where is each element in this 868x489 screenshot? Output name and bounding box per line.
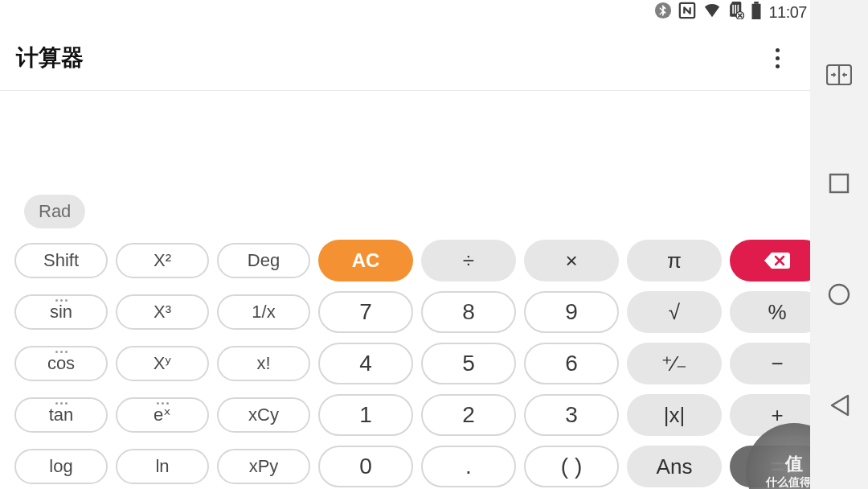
key-log[interactable]: log — [14, 449, 108, 484]
key-7[interactable]: 7 — [318, 291, 413, 333]
app-main: 11:07 计算器 Rad Shift X² Deg AC ÷ × π sin … — [0, 0, 810, 489]
key-tan[interactable]: tan — [14, 397, 108, 433]
key-reciprocal[interactable]: 1/x — [217, 294, 310, 330]
overflow-menu-button[interactable] — [761, 40, 794, 76]
app-header: 计算器 — [0, 32, 810, 84]
key-cos[interactable]: cos — [14, 346, 108, 381]
key-e-pow-x[interactable]: eˣ — [116, 397, 209, 433]
key-plus-minus[interactable]: ⁺⁄₋ — [627, 343, 722, 384]
angle-mode-badge[interactable]: Rad — [24, 195, 85, 228]
wifi-icon — [702, 2, 722, 23]
sim-error-icon — [728, 2, 744, 23]
keypad: Shift X² Deg AC ÷ × π sin X³ 1/x 7 8 9 √… — [0, 235, 810, 489]
nfc-icon — [678, 2, 696, 23]
svg-point-12 — [829, 285, 849, 304]
key-4[interactable]: 4 — [318, 343, 413, 384]
key-x-cubed[interactable]: X³ — [116, 294, 209, 330]
key-abs[interactable]: |x| — [627, 394, 722, 436]
key-ln[interactable]: ln — [116, 449, 209, 484]
svg-rect-11 — [830, 175, 848, 192]
key-sqrt[interactable]: √ — [627, 291, 722, 333]
more-dots-icon — [157, 402, 169, 405]
key-decimal[interactable]: . — [421, 446, 516, 487]
key-8[interactable]: 8 — [421, 291, 516, 333]
svg-rect-2 — [733, 5, 735, 14]
calc-display: Rad — [0, 92, 810, 232]
key-x-squared[interactable]: X² — [116, 243, 209, 278]
backspace-icon — [764, 251, 791, 270]
key-factorial[interactable]: x! — [217, 346, 310, 381]
svg-rect-3 — [735, 5, 737, 14]
key-divide[interactable]: ÷ — [421, 240, 516, 281]
key-pi[interactable]: π — [627, 240, 722, 281]
svg-rect-7 — [752, 4, 761, 19]
key-all-clear[interactable]: AC — [318, 240, 413, 281]
nav-dual-window-icon[interactable] — [826, 64, 852, 85]
system-nav-bar — [810, 0, 868, 489]
app-title: 计算器 — [16, 43, 84, 73]
header-divider — [0, 90, 810, 91]
nav-home-icon[interactable] — [827, 282, 851, 306]
key-2[interactable]: 2 — [421, 394, 516, 436]
nav-back-icon[interactable] — [829, 394, 850, 417]
key-x-pow-y[interactable]: Xʸ — [116, 346, 209, 381]
key-sin[interactable]: sin — [14, 294, 108, 330]
key-shift[interactable]: Shift — [14, 243, 108, 278]
bluetooth-icon — [654, 2, 672, 23]
status-bar: 11:07 — [654, 0, 810, 21]
status-time: 11:07 — [768, 3, 807, 22]
key-6[interactable]: 6 — [524, 343, 619, 384]
svg-rect-8 — [755, 2, 760, 4]
key-9[interactable]: 9 — [524, 291, 619, 333]
key-1[interactable]: 1 — [318, 394, 413, 436]
more-dots-icon — [55, 402, 68, 405]
key-permutation[interactable]: xPy — [217, 449, 310, 484]
key-combination[interactable]: xCy — [217, 397, 310, 433]
more-dots-icon — [55, 299, 68, 302]
key-5[interactable]: 5 — [421, 343, 516, 384]
nav-recents-icon[interactable] — [829, 173, 850, 194]
key-deg[interactable]: Deg — [217, 243, 310, 278]
key-parentheses[interactable]: ( ) — [524, 446, 619, 487]
more-dots-icon — [55, 351, 68, 353]
battery-icon — [751, 2, 762, 23]
key-0[interactable]: 0 — [318, 446, 413, 487]
key-multiply[interactable]: × — [524, 240, 619, 281]
key-3[interactable]: 3 — [524, 394, 619, 436]
key-ans[interactable]: Ans — [627, 446, 722, 487]
